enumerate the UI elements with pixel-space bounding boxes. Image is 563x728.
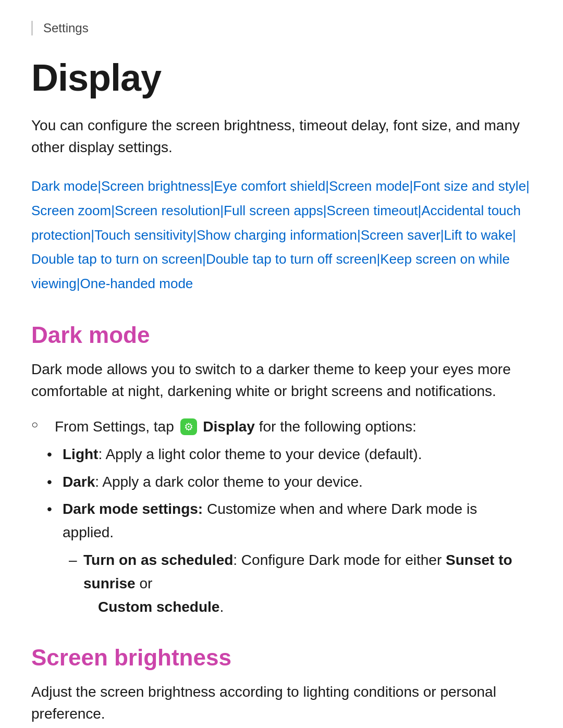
for-following-options: for the following options:: [259, 418, 417, 435]
dark-mode-settings-option: Dark mode settings: Customize when and w…: [31, 498, 532, 545]
toc-link-keep-screen[interactable]: Keep screen on while: [380, 251, 510, 267]
toc-link-screen-timeout[interactable]: Screen timeout: [327, 203, 418, 218]
dark-mode-from-settings: From Settings, tap Display for the follo…: [31, 415, 532, 439]
page-title: Display: [31, 56, 532, 99]
toc-link-lift-to-wake[interactable]: Lift to wake: [444, 227, 513, 243]
settings-icon-dark-mode: [180, 418, 197, 435]
toc-link-full-screen[interactable]: Full screen apps: [224, 203, 323, 218]
toc-link-font-size[interactable]: Font size and style: [413, 178, 526, 194]
dark-mode-light-option: Light: Apply a light color theme to your…: [31, 443, 532, 466]
dark-mode-dark-option: Dark: Apply a dark color theme to your d…: [31, 471, 532, 494]
from-settings-prefix: From Settings, tap: [55, 418, 178, 435]
toc-link-viewing[interactable]: viewing: [31, 276, 77, 291]
toc-link-screen-zoom[interactable]: Screen zoom: [31, 203, 111, 218]
header-label: Settings: [43, 21, 89, 35]
settings-header: Settings: [31, 21, 532, 35]
screen-brightness-section: Screen brightness Adjust the screen brig…: [31, 645, 532, 728]
toc-link-eye-comfort[interactable]: Eye comfort shield: [214, 178, 325, 194]
toc-link-one-handed[interactable]: One-handed mode: [80, 276, 193, 291]
toc-link-screen-saver[interactable]: Screen saver: [361, 227, 440, 243]
toc-links: Dark mode|Screen brightness|Eye comfort …: [31, 174, 532, 296]
screen-brightness-description: Adjust the screen brightness according t…: [31, 681, 532, 725]
dark-mode-scheduled-option: Turn on as scheduled: Configure Dark mod…: [31, 549, 532, 619]
toc-link-protection[interactable]: protection: [31, 227, 91, 243]
dark-mode-section: Dark mode Dark mode allows you to switch…: [31, 322, 532, 619]
dark-mode-description: Dark mode allows you to switch to a dark…: [31, 359, 532, 402]
toc-link-charging[interactable]: Show charging information: [197, 227, 357, 243]
toc-link-screen-brightness[interactable]: Screen brightness: [101, 178, 211, 194]
toc-link-accidental[interactable]: Accidental touch: [421, 203, 521, 218]
intro-text: You can configure the screen brightness,…: [31, 115, 532, 158]
toc-link-touch-sensitivity[interactable]: Touch sensitivity: [94, 227, 193, 243]
toc-link-screen-mode[interactable]: Screen mode: [329, 178, 410, 194]
toc-link-double-tap-off[interactable]: Double tap to turn off screen: [206, 251, 377, 267]
display-bold-label: Display: [203, 418, 255, 435]
toc-link-screen-resolution[interactable]: Screen resolution: [115, 203, 220, 218]
toc-link-dark-mode[interactable]: Dark mode: [31, 178, 97, 194]
toc-link-double-tap-on[interactable]: Double tap to turn on screen: [31, 251, 202, 267]
screen-brightness-title: Screen brightness: [31, 645, 532, 671]
dark-mode-title: Dark mode: [31, 322, 532, 348]
